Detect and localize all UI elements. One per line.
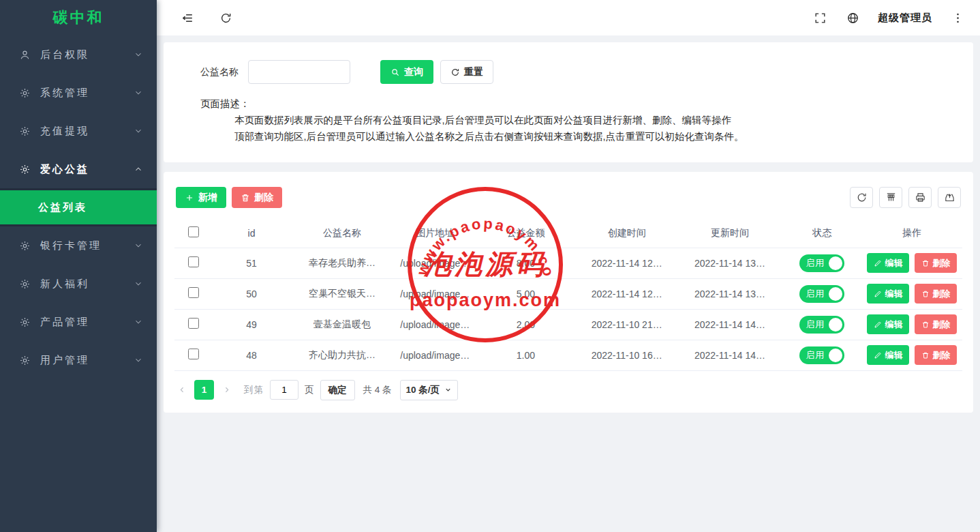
collapse-menu-icon[interactable] — [180, 10, 195, 25]
row-checkbox[interactable] — [188, 256, 199, 267]
chevron-up-icon — [134, 164, 143, 174]
pencil-icon — [874, 321, 882, 329]
batch-delete-button[interactable]: 删除 — [232, 187, 282, 208]
cell-id: 51 — [213, 248, 290, 278]
sidebar-item-charity[interactable]: 爱心公益 — [0, 150, 157, 188]
cell-amount: 1.00 — [476, 340, 576, 370]
language-globe-icon[interactable] — [845, 10, 860, 25]
row-checkbox[interactable] — [188, 287, 199, 298]
delete-button[interactable]: 删除 — [915, 284, 957, 304]
gear-icon — [18, 315, 31, 329]
cell-created: 2022-11-14 12… — [576, 248, 677, 278]
charity-table: id 公益名称 图片地址 公益金额 创建时间 更新时间 状态 操作 51 幸存 — [174, 219, 962, 371]
edit-button[interactable]: 编辑 — [867, 314, 909, 334]
trash-icon — [921, 321, 930, 329]
edit-button[interactable]: 编辑 — [867, 284, 909, 304]
search-icon — [391, 68, 400, 77]
row-checkbox[interactable] — [188, 318, 199, 329]
status-toggle[interactable]: 启用 — [799, 316, 844, 334]
plus-icon — [185, 193, 194, 203]
sidebar-item-users[interactable]: 用户管理 — [0, 341, 157, 379]
gear-icon — [18, 124, 31, 138]
sidebar-item-products[interactable]: 产品管理 — [0, 303, 157, 341]
pagination: 1 到第 页 确定 共 4 条 10 条/页 — [174, 371, 962, 410]
refresh-page-icon[interactable] — [218, 10, 233, 25]
cell-updated: 2022-11-14 14… — [677, 340, 782, 370]
delete-button[interactable]: 删除 — [915, 253, 957, 273]
table-refresh-button[interactable] — [850, 187, 873, 208]
sidebar-item-newcomer-benefits[interactable]: 新人福利 — [0, 265, 157, 303]
topbar-right: 超级管理员 — [812, 10, 965, 25]
page-number-button[interactable]: 1 — [194, 380, 214, 400]
sidebar-item-label: 产品管理 — [40, 316, 134, 329]
add-button[interactable]: 新增 — [176, 187, 226, 208]
column-filter-button[interactable] — [879, 187, 902, 208]
select-all-checkbox[interactable] — [188, 226, 199, 237]
sidebar-item-system[interactable]: 系统管理 — [0, 74, 157, 112]
query-button-label: 查询 — [404, 66, 423, 78]
print-button[interactable] — [908, 187, 932, 208]
fullscreen-icon[interactable] — [812, 10, 827, 25]
goto-label: 到第 — [244, 384, 264, 396]
delete-button[interactable]: 删除 — [915, 314, 957, 334]
cell-image: /upload/image… — [395, 248, 476, 278]
table-row: 48 齐心助力共抗… /upload/image… 1.00 2022-11-1… — [174, 340, 962, 370]
chevron-down-icon — [134, 279, 143, 289]
goto-confirm-button[interactable]: 确定 — [320, 380, 355, 400]
sidebar-item-charity-list[interactable]: 公益列表 — [0, 190, 157, 224]
status-label: 启用 — [806, 319, 825, 331]
table-header-row: id 公益名称 图片地址 公益金额 创建时间 更新时间 状态 操作 — [174, 219, 962, 248]
sidebar-item-admin-permissions[interactable]: 后台权限 — [0, 35, 157, 74]
prev-page-button[interactable] — [176, 381, 188, 400]
edit-button[interactable]: 编辑 — [867, 345, 909, 365]
main-area: 超级管理员 公益名称 查询 重置 页面描述： — [157, 0, 980, 532]
row-checkbox[interactable] — [188, 349, 199, 359]
current-user[interactable]: 超级管理员 — [878, 12, 932, 25]
gear-icon — [18, 86, 31, 100]
col-status: 状态 — [782, 219, 862, 248]
delete-button[interactable]: 删除 — [915, 345, 957, 365]
page-size-value: 10 条/页 — [406, 384, 440, 396]
cell-created: 2022-11-10 21… — [576, 309, 677, 340]
edit-button[interactable]: 编辑 — [867, 253, 909, 273]
sidebar-item-bank-cards[interactable]: 银行卡管理 — [0, 226, 157, 265]
status-toggle[interactable]: 启用 — [799, 254, 844, 272]
printer-icon — [915, 192, 926, 203]
table-row: 49 壹基金温暖包 /upload/image… 2.00 2022-11-10… — [174, 309, 962, 340]
col-created: 创建时间 — [576, 219, 677, 248]
reset-button-label: 重置 — [464, 66, 483, 78]
search-form: 公益名称 查询 重置 — [200, 60, 943, 84]
cell-image: /upload/image… — [395, 309, 476, 340]
status-toggle[interactable]: 启用 — [799, 346, 844, 364]
toggle-knob — [829, 256, 842, 270]
charity-name-label: 公益名称 — [200, 66, 239, 78]
toggle-knob — [829, 318, 842, 331]
cell-updated: 2022-11-14 14… — [677, 309, 782, 340]
cell-image: /upload/image… — [395, 340, 476, 370]
page-description-line: 顶部查询功能区,后台管理员可以通过输入公益名称之后点击右侧查询按钮来查询数据,点… — [234, 128, 943, 145]
col-name: 公益名称 — [290, 219, 394, 248]
refresh-icon — [856, 192, 868, 203]
query-button[interactable]: 查询 — [380, 60, 433, 84]
reset-button[interactable]: 重置 — [440, 60, 493, 84]
status-toggle[interactable]: 启用 — [799, 285, 844, 303]
cell-created: 2022-11-14 12… — [576, 278, 677, 309]
goto-page-input[interactable] — [270, 380, 298, 400]
batch-delete-button-label: 删除 — [254, 192, 273, 204]
page-size-select[interactable]: 10 条/页 — [400, 380, 459, 400]
cell-id: 49 — [213, 309, 290, 340]
kebab-menu-icon[interactable] — [950, 10, 965, 25]
charity-name-input[interactable] — [248, 60, 350, 84]
cell-amount: 8.00 — [476, 248, 576, 278]
add-button-label: 新增 — [198, 192, 217, 204]
cell-amount: 5.00 — [476, 278, 576, 309]
cell-name: 壹基金温暖包 — [290, 309, 394, 340]
sidebar-item-label: 充值提现 — [40, 125, 134, 138]
sidebar-item-recharge-withdraw[interactable]: 充值提现 — [0, 112, 157, 150]
export-button[interactable] — [938, 187, 961, 208]
next-page-button[interactable] — [220, 381, 232, 400]
reset-refresh-icon — [450, 68, 460, 77]
trash-icon — [921, 351, 930, 359]
table-row: 51 幸存老兵助养… /upload/image… 8.00 2022-11-1… — [174, 248, 962, 278]
page-description-line: 本页面数据列表展示的是平台所有公益项目记录,后台管理员可以在此页面对公益项目进行… — [234, 112, 943, 128]
